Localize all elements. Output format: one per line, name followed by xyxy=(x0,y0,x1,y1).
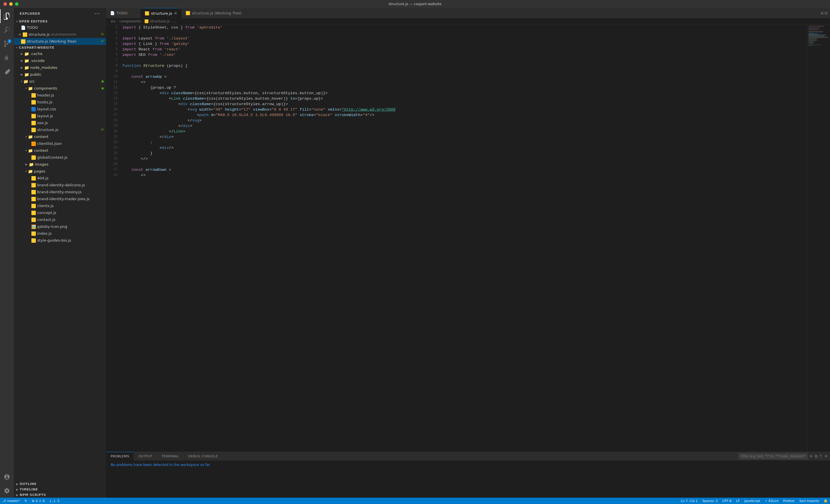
file-layout-css[interactable]: 🟦 layout.css xyxy=(14,106,106,112)
minimize-button[interactable] xyxy=(9,2,13,6)
file-gatsby-icon[interactable]: 🖼️ gatsby-icon.png xyxy=(14,223,106,230)
prettier-status[interactable]: Prettier xyxy=(781,498,797,504)
file-brand-trader[interactable]: 🟨 brand-identity-trader-joes.js xyxy=(14,196,106,202)
clear-filter-icon[interactable]: ✕ xyxy=(809,454,813,459)
code-line-6: import SEO from './seo' xyxy=(122,52,807,58)
activity-search[interactable] xyxy=(0,23,14,37)
tab-working-label: structure.js (Working Tree) xyxy=(192,11,242,15)
tab-structure-working[interactable]: 🟨 structure.js (Working Tree) xyxy=(182,8,246,18)
open-editors-section: ▾ OPEN EDITORS 📄 TODO ✕ 🟨 structure.js s… xyxy=(14,19,106,45)
folder-icon: 📁 xyxy=(24,65,29,71)
editor-area: 📄 TODO 🟨 structure.js ✕ 🟨 structure.js (… xyxy=(106,8,830,498)
activity-debug[interactable] xyxy=(0,51,14,65)
sync-icon: ↻ xyxy=(25,499,27,503)
file-brand-moony[interactable]: 🟨 brand-identity-moony.js xyxy=(14,189,106,196)
code-line-26 xyxy=(122,162,807,167)
bell-icon: 🔔 xyxy=(824,499,828,503)
file-hooks[interactable]: 🟨 hooks.js xyxy=(14,99,106,106)
file-index[interactable]: 🟨 index.js xyxy=(14,230,106,237)
file-contact[interactable]: 🟨 contact.js xyxy=(14,216,106,223)
code-editor[interactable]: 1 2 3 4 5 6 7 8 9 10 11 12 13 14 15 16 1… xyxy=(106,25,830,451)
language-status[interactable]: JavaScript xyxy=(742,498,763,504)
file-404[interactable]: 🟨 404.js xyxy=(14,175,106,182)
js-modified-icon: 🟨 xyxy=(21,38,26,45)
eslint-status[interactable]: ✓ ESLint xyxy=(763,498,781,504)
folder-pages[interactable]: ▾ 📁 pages xyxy=(14,168,106,175)
filter-input[interactable] xyxy=(739,453,808,459)
json-file-icon: 🟧 xyxy=(31,140,36,147)
jsx-braces-status[interactable]: {..}: 5 xyxy=(47,498,62,504)
code-content[interactable]: import { StyleSheet, css } from 'aphrodi… xyxy=(120,25,807,451)
file-globalcontext[interactable]: 🟨 globalContext.js xyxy=(14,154,106,161)
eslint-text: ✓ ESLint xyxy=(765,499,778,503)
npm-scripts-header[interactable]: ▶ NPM SCRIPTS xyxy=(14,492,106,498)
code-line-18: </svg> xyxy=(122,118,807,123)
folder-components[interactable]: ▾ 📁 components xyxy=(14,85,106,92)
copy-panel-icon[interactable]: ⧉ xyxy=(815,454,818,459)
file-header[interactable]: 🟨 header.js xyxy=(14,92,106,99)
file-style-guides[interactable]: 🟨 style-guides-bio.js xyxy=(14,237,106,244)
folder-node-modules[interactable]: ▶ 📁 node_modules xyxy=(14,64,106,71)
git-branch-status[interactable]: ⎇ master* xyxy=(0,498,22,504)
folder-src[interactable]: ▾ 📁 src xyxy=(14,78,106,85)
errors-status[interactable]: ⊗ 0 ⚠ 0 xyxy=(29,498,47,504)
error-count: 0 xyxy=(35,499,37,503)
tab-todo-label: TODO xyxy=(117,11,127,15)
close-panel-icon[interactable]: ✕ xyxy=(824,454,828,459)
js-file-icon: 🟨 xyxy=(31,175,36,181)
warning-count: 0 xyxy=(43,499,45,503)
file-seo[interactable]: 🟨 seo.js xyxy=(14,120,106,127)
activity-git[interactable]: 1 xyxy=(0,37,14,51)
activity-settings[interactable] xyxy=(0,484,14,498)
close-button[interactable] xyxy=(3,2,7,6)
folder-vscode[interactable]: ▶ 📁 .vscode xyxy=(14,57,106,64)
panel-tab-terminal[interactable]: TERMINAL xyxy=(157,452,184,461)
breadcrumb-src[interactable]: src xyxy=(111,19,116,23)
split-editor-button[interactable]: ⧉ xyxy=(821,11,823,15)
folder-cache[interactable]: ▶ 📁 .cache xyxy=(14,51,106,57)
open-editor-todo[interactable]: 📄 TODO xyxy=(14,24,106,31)
activity-extensions[interactable] xyxy=(0,65,14,78)
open-editor-structure[interactable]: ✕ 🟨 structure.js src/components M xyxy=(14,31,106,38)
line-numbers: 1 2 3 4 5 6 7 8 9 10 11 12 13 14 15 16 1… xyxy=(106,25,120,451)
folder-public[interactable]: ▶ 📁 public xyxy=(14,71,106,78)
folder-context[interactable]: ▾ 📁 context xyxy=(14,147,106,154)
maximize-button[interactable] xyxy=(15,2,19,6)
encoding-status[interactable]: UTF-8 xyxy=(720,498,734,504)
open-editors-header[interactable]: ▾ OPEN EDITORS xyxy=(14,19,106,24)
panel-tab-output[interactable]: OUTPUT xyxy=(134,452,157,461)
close-icon[interactable]: ✕ xyxy=(19,31,21,38)
file-concept[interactable]: 🟨 concept.js xyxy=(14,209,106,216)
tab-close-button[interactable]: ✕ xyxy=(174,11,178,15)
breadcrumb-file[interactable]: structure.js xyxy=(150,19,169,23)
line-ending-status[interactable]: LF xyxy=(734,498,742,504)
toggle-panel-button[interactable]: ⊟ xyxy=(825,11,828,15)
outline-header[interactable]: ▶ OUTLINE xyxy=(14,481,106,487)
file-clients[interactable]: 🟨 clients.js xyxy=(14,202,106,209)
file-brand-delicono[interactable]: 🟨 brand-identity-delicono.js xyxy=(14,182,106,189)
tab-todo[interactable]: 📄 TODO xyxy=(106,8,141,18)
folder-content[interactable]: ▾ 📁 content xyxy=(14,133,106,140)
panel-tab-problems[interactable]: PROBLEMS xyxy=(106,452,134,461)
file-clientlist[interactable]: 🟧 clientlist.json xyxy=(14,140,106,147)
notifications-status[interactable]: 🔔 xyxy=(821,498,830,504)
open-editor-structure-working[interactable]: 🟨 structure.js (Working Tree) M xyxy=(14,38,106,45)
js-file-icon: 🟨 xyxy=(186,11,190,15)
breadcrumb-components[interactable]: components xyxy=(119,19,141,23)
activity-accounts[interactable] xyxy=(0,470,14,484)
sidebar-more-button[interactable]: ··· xyxy=(94,11,100,16)
project-header[interactable]: ▾ CASPART-WEBSITE xyxy=(14,45,106,51)
tab-structure-js[interactable]: 🟨 structure.js ✕ xyxy=(141,8,182,18)
folder-images[interactable]: ▶ 📁 images xyxy=(14,161,106,168)
code-line-4: import { Link } from 'gatsby' xyxy=(122,41,807,47)
activity-explorer[interactable] xyxy=(0,9,14,23)
file-layout-js[interactable]: 🟨 layout.js xyxy=(14,112,106,120)
sync-status[interactable]: ↻ xyxy=(22,498,29,504)
spaces-status[interactable]: Spaces: 2 xyxy=(700,498,720,504)
panel-tab-debug[interactable]: DEBUG CONSOLE xyxy=(184,452,222,461)
scroll-lock-icon[interactable]: ↑ xyxy=(819,454,823,459)
sort-imports-status[interactable]: Sort Imports xyxy=(797,498,821,504)
position-status[interactable]: Ln 7, Col 1 xyxy=(678,498,700,504)
file-structure[interactable]: 🟨 structure.js M xyxy=(14,127,106,133)
timeline-header[interactable]: ▶ TIMELINE xyxy=(14,487,106,492)
